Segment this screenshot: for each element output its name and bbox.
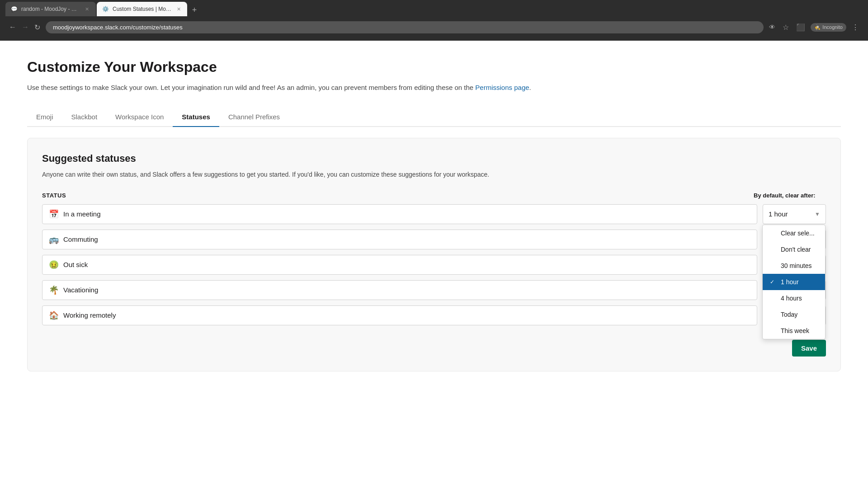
star-icon[interactable]: ☆ bbox=[781, 21, 791, 33]
section-title: Suggested statuses bbox=[42, 153, 826, 164]
out-sick-text: Out sick bbox=[63, 261, 88, 268]
address-bar-row: ← → ↻ 👁 ☆ ⬛ 🕵 Incognito ⋮ bbox=[0, 16, 868, 38]
option-today[interactable]: Today bbox=[763, 306, 825, 323]
statuses-header: Status By default, clear after: bbox=[42, 192, 826, 199]
clear-value-meeting: 1 hour bbox=[769, 210, 788, 218]
tab-slackbot[interactable]: Slackbot bbox=[62, 108, 107, 127]
nav-buttons: ← → ↻ bbox=[7, 21, 42, 33]
meeting-emoji: 📅 bbox=[49, 209, 59, 219]
option-30-minutes[interactable]: 30 minutes bbox=[763, 258, 825, 274]
tab-label-2: Custom Statuses | MoodJoy Sl... bbox=[113, 6, 173, 12]
browser-actions: 👁 ☆ ⬛ 🕵 Incognito ⋮ bbox=[767, 21, 861, 33]
browser-tab-2[interactable]: ⚙️ Custom Statuses | MoodJoy Sl... ✕ bbox=[97, 2, 187, 16]
clear-col-label: By default, clear after: bbox=[754, 192, 826, 199]
save-button[interactable]: Save bbox=[792, 340, 826, 357]
forward-button[interactable]: → bbox=[20, 21, 31, 33]
option-dont-clear[interactable]: Don't clear bbox=[763, 241, 825, 258]
dropdown-arrow-meeting: ▼ bbox=[815, 211, 820, 217]
dropdown-menu-meeting: Clear sele... Don't clear 30 minutes ✓ 1… bbox=[762, 225, 826, 339]
option-label-4hours: 4 hours bbox=[781, 295, 802, 302]
clear-dropdown-meeting[interactable]: 1 hour ▼ Clear sele... Don't clear 30 mi… bbox=[763, 204, 826, 224]
status-row-meeting: 📅 In a meeting 1 hour ▼ Clear sele... Do… bbox=[42, 204, 826, 224]
status-input-vacationing[interactable]: 🌴 Vacationing bbox=[42, 280, 757, 300]
commuting-text: Commuting bbox=[63, 235, 98, 243]
working-remotely-text: Working remotely bbox=[63, 311, 116, 319]
tab-favicon-2: ⚙️ bbox=[102, 6, 109, 12]
sidebar-icon[interactable]: ⬛ bbox=[794, 21, 807, 33]
option-label-clear: Clear sele... bbox=[781, 230, 815, 237]
out-sick-emoji: 🤢 bbox=[49, 260, 59, 270]
option-label-30min: 30 minutes bbox=[781, 262, 811, 269]
tab-label-1: random - MoodJoy - Slack bbox=[21, 6, 80, 12]
eye-icon[interactable]: 👁 bbox=[767, 22, 777, 33]
option-1-hour[interactable]: ✓ 1 hour bbox=[763, 274, 825, 290]
option-clear-selection[interactable]: Clear sele... bbox=[763, 225, 825, 241]
status-input-commuting[interactable]: 🚌 Commuting bbox=[42, 230, 757, 249]
option-label-1hour: 1 hour bbox=[781, 278, 799, 286]
tab-close-2[interactable]: ✕ bbox=[176, 5, 182, 13]
status-col-label: Status bbox=[42, 192, 754, 199]
permissions-link[interactable]: Permissions page bbox=[475, 84, 529, 91]
option-label-today: Today bbox=[781, 311, 797, 318]
browser-tab-1[interactable]: 💬 random - MoodJoy - Slack ✕ bbox=[5, 2, 96, 16]
meeting-text: In a meeting bbox=[63, 210, 101, 218]
status-row-vacationing: 🌴 Vacationing Don't clear ▼ bbox=[42, 280, 826, 300]
option-label-dont-clear: Don't clear bbox=[781, 246, 811, 253]
status-row-out-sick: 🤢 Out sick 1 hour ▼ bbox=[42, 255, 826, 275]
status-row-working-remotely: 🏠 Working remotely Don't clear ▼ bbox=[42, 305, 826, 325]
page-description: Use these settings to make Slack your ow… bbox=[27, 83, 841, 93]
status-input-out-sick[interactable]: 🤢 Out sick bbox=[42, 255, 757, 275]
tab-channel-prefixes[interactable]: Channel Prefixes bbox=[219, 108, 289, 127]
statuses-section: Suggested statuses Anyone can write thei… bbox=[27, 138, 841, 371]
tab-workspace-icon[interactable]: Workspace Icon bbox=[106, 108, 173, 127]
status-input-working-remotely[interactable]: 🏠 Working remotely bbox=[42, 305, 757, 325]
working-remotely-emoji: 🏠 bbox=[49, 310, 59, 320]
new-tab-button[interactable]: + bbox=[188, 4, 201, 16]
incognito-label: Incognito bbox=[822, 24, 843, 30]
browser-chrome: 💬 random - MoodJoy - Slack ✕ ⚙️ Custom S… bbox=[0, 0, 868, 41]
address-bar[interactable] bbox=[46, 21, 764, 33]
browser-tabs: 💬 random - MoodJoy - Slack ✕ ⚙️ Custom S… bbox=[0, 0, 868, 16]
page-content: Customize Your Workspace Use these setti… bbox=[0, 41, 868, 488]
back-button[interactable]: ← bbox=[7, 21, 18, 33]
reload-button[interactable]: ↻ bbox=[33, 21, 42, 33]
vacationing-emoji: 🌴 bbox=[49, 285, 59, 295]
commuting-emoji: 🚌 bbox=[49, 235, 59, 244]
tab-statuses[interactable]: Statuses bbox=[173, 108, 219, 127]
checkmark-1hour: ✓ bbox=[770, 279, 777, 285]
more-button[interactable]: ⋮ bbox=[850, 21, 861, 33]
tab-close-1[interactable]: ✕ bbox=[84, 5, 90, 13]
option-label-this-week: This week bbox=[781, 327, 809, 334]
page-title: Customize Your Workspace bbox=[27, 59, 841, 75]
option-this-week[interactable]: This week bbox=[763, 323, 825, 339]
vacationing-text: Vacationing bbox=[63, 286, 98, 294]
tabs-nav: Emoji Slackbot Workspace Icon Statuses C… bbox=[27, 108, 841, 127]
incognito-icon: 🕵 bbox=[814, 24, 821, 30]
status-input-meeting[interactable]: 📅 In a meeting bbox=[42, 204, 757, 224]
tab-favicon-1: 💬 bbox=[11, 6, 18, 12]
option-4-hours[interactable]: 4 hours bbox=[763, 290, 825, 306]
status-row-commuting: 🚌 Commuting 30 minutes ▼ bbox=[42, 230, 826, 249]
tab-emoji[interactable]: Emoji bbox=[27, 108, 62, 127]
section-description: Anyone can write their own status, and S… bbox=[42, 170, 826, 179]
incognito-badge: 🕵 Incognito bbox=[811, 23, 846, 32]
